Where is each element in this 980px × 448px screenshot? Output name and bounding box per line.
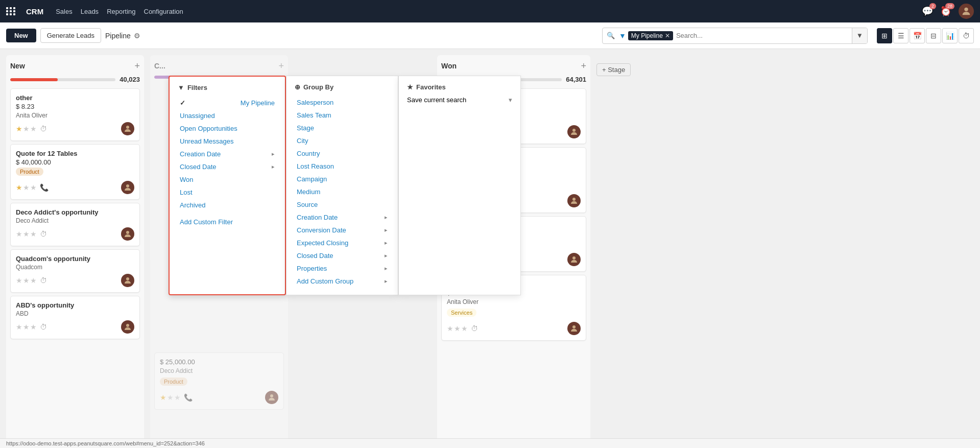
card-amount: $ 25,000.00: [160, 358, 278, 366]
search-tag-my-pipeline[interactable]: My Pipeline ✕: [628, 31, 673, 40]
card-avatar[interactable]: [121, 122, 134, 135]
add-stage-button[interactable]: + Stage: [596, 63, 631, 76]
card-deco-addict[interactable]: Deco Addict's opportunity Deco Addict ★ …: [10, 203, 140, 246]
groupby-creation-date[interactable]: Creation Date▸: [295, 211, 390, 224]
groupby-source[interactable]: Source: [295, 198, 390, 211]
svg-point-9: [572, 256, 576, 260]
star-1[interactable]: ★: [16, 230, 22, 238]
filter-archived[interactable]: Archived: [178, 199, 277, 211]
star-1[interactable]: ★: [16, 125, 22, 133]
list-view-button[interactable]: ☰: [893, 28, 909, 43]
card-quote-12-tables[interactable]: Quote for 12 Tables $ 40,000.00 Product …: [10, 144, 140, 200]
messages-icon[interactable]: 💬 2: [922, 6, 933, 17]
column-add-new[interactable]: +: [134, 61, 140, 70]
remove-tag-button[interactable]: ✕: [665, 32, 670, 39]
column-add-2[interactable]: +: [278, 61, 284, 70]
topnav-right: 💬 2 ⏰ 28: [922, 4, 974, 19]
star-2[interactable]: ★: [23, 276, 30, 285]
menu-configuration[interactable]: Configuration: [144, 8, 183, 15]
search-input[interactable]: [673, 32, 852, 39]
settings-icon[interactable]: ⚙: [134, 32, 140, 40]
main-content: New + 40,023 other $ 8.23 Anita Oliver ★…: [0, 49, 980, 448]
groupby-city[interactable]: City: [295, 134, 390, 147]
groupby-campaign[interactable]: Campaign: [295, 173, 390, 185]
clock-icon[interactable]: ⏱: [40, 230, 47, 238]
clock-icon[interactable]: ⏱: [471, 324, 478, 333]
kanban-view-button[interactable]: ⊞: [877, 28, 892, 43]
card-avatar[interactable]: [567, 194, 581, 207]
card-tag-product: Product: [16, 168, 43, 176]
star-2[interactable]: ★: [23, 125, 30, 133]
filter-add-custom[interactable]: Add Custom Filter: [178, 216, 277, 228]
clock-icon[interactable]: ⏱: [40, 323, 47, 331]
card-quadcom[interactable]: Quadcom's opportunity Quadcom ★ ★ ★ ⏱: [10, 249, 140, 293]
card-avatar[interactable]: [121, 320, 134, 334]
star-3[interactable]: ★: [30, 125, 37, 133]
groupby-medium[interactable]: Medium: [295, 185, 390, 198]
filter-my-pipeline[interactable]: My Pipeline: [178, 97, 277, 109]
menu-reporting[interactable]: Reporting: [107, 8, 135, 15]
card-avatar[interactable]: [567, 253, 581, 266]
star-1[interactable]: ★: [16, 323, 22, 331]
menu-leads[interactable]: Leads: [81, 8, 99, 15]
column-add-won[interactable]: +: [581, 61, 586, 70]
groupby-conversion-date[interactable]: Conversion Date▸: [295, 224, 390, 237]
filter-unread-messages[interactable]: Unread Messages: [178, 135, 277, 148]
new-button[interactable]: New: [6, 29, 36, 42]
card-avatar[interactable]: [121, 227, 134, 241]
card-abd[interactable]: ABD's opportunity ABD ★ ★ ★ ⏱: [10, 296, 140, 339]
groupby-salesperson[interactable]: Salesperson: [295, 96, 390, 109]
card-sub: Anita Oliver: [16, 112, 134, 119]
card-partial[interactable]: $ 25,000.00 Deco Addict Product ★ ★ ★ 📞: [154, 352, 284, 410]
filter-open-opportunities[interactable]: Open Opportunities: [178, 122, 277, 135]
search-filter-icon: ▼: [619, 32, 626, 40]
progress-bar-new: [10, 78, 58, 81]
groupby-closed-date[interactable]: Closed Date▸: [295, 249, 390, 262]
star-1[interactable]: ★: [16, 183, 22, 192]
calendar-view-button[interactable]: 📅: [910, 28, 925, 43]
pivot-view-button[interactable]: ⊟: [926, 28, 941, 43]
search-bar: 🔍 ▼ My Pipeline ✕ ▼: [602, 28, 868, 44]
groupby-expected-closing[interactable]: Expected Closing▸: [295, 237, 390, 249]
graph-view-button[interactable]: 📊: [942, 28, 958, 43]
star-3[interactable]: ★: [30, 276, 37, 285]
star-3[interactable]: ★: [30, 230, 37, 238]
filter-won[interactable]: Won: [178, 173, 277, 186]
phone-icon[interactable]: 📞: [40, 183, 49, 192]
star-2[interactable]: ★: [23, 323, 30, 331]
clock-icon[interactable]: ⏱: [40, 125, 47, 133]
card-avatar[interactable]: [567, 125, 581, 138]
groupby-stage[interactable]: Stage: [295, 122, 390, 134]
user-avatar[interactable]: [959, 4, 974, 19]
search-dropdown-button[interactable]: ▼: [852, 28, 867, 43]
save-search-chevron[interactable]: ▾: [509, 96, 512, 104]
star-2[interactable]: ★: [23, 183, 30, 192]
save-search-row[interactable]: Save current search ▾: [407, 96, 512, 104]
groupby-add-custom[interactable]: Add Custom Group▸: [295, 275, 390, 288]
filter-closed-date[interactable]: Closed Date▸: [178, 160, 277, 173]
groupby-country[interactable]: Country: [295, 147, 390, 160]
clock-icon[interactable]: ⏱: [40, 276, 47, 285]
card-other[interactable]: other $ 8.23 Anita Oliver ★ ★ ★ ⏱: [10, 88, 140, 141]
apps-menu-button[interactable]: [6, 7, 16, 15]
card-avatar[interactable]: [265, 391, 278, 404]
activity-icon[interactable]: ⏰ 28: [940, 6, 951, 17]
filter-lost[interactable]: Lost: [178, 186, 277, 199]
activity-view-button[interactable]: ⏱: [959, 28, 974, 43]
star-1[interactable]: ★: [16, 276, 22, 285]
star-3[interactable]: ★: [30, 183, 37, 192]
groupby-lost-reason[interactable]: Lost Reason: [295, 160, 390, 173]
card-avatar[interactable]: [121, 274, 134, 287]
phone-icon[interactable]: 📞: [184, 393, 193, 402]
star-3[interactable]: ★: [30, 323, 37, 331]
filter-unassigned[interactable]: Unassigned: [178, 109, 277, 122]
card-sub: ABD: [16, 310, 134, 317]
groupby-sales-team[interactable]: Sales Team: [295, 109, 390, 122]
filter-creation-date[interactable]: Creation Date▸: [178, 148, 277, 160]
groupby-properties[interactable]: Properties▸: [295, 262, 390, 275]
menu-sales[interactable]: Sales: [56, 8, 73, 15]
generate-leads-button[interactable]: Generate Leads: [40, 28, 101, 43]
star-2[interactable]: ★: [23, 230, 30, 238]
card-avatar[interactable]: [121, 181, 134, 194]
card-avatar[interactable]: [567, 322, 581, 335]
